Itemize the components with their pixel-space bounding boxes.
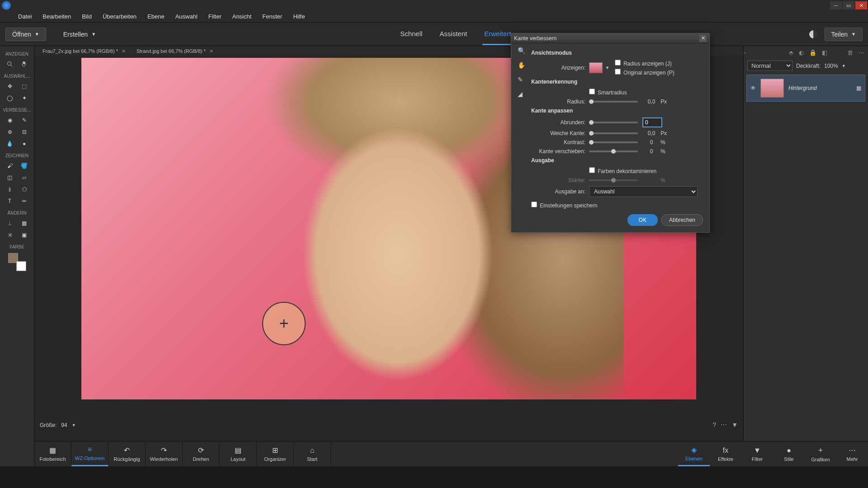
- close-tab-icon[interactable]: ✕: [209, 48, 213, 54]
- mode-guided[interactable]: Assistent: [438, 23, 469, 45]
- mode-quick[interactable]: Schnell: [398, 23, 424, 45]
- remember-checkbox[interactable]: Einstellungen speichern: [531, 202, 597, 209]
- menu-bild[interactable]: Bild: [77, 11, 96, 22]
- zoom-tool-icon[interactable]: [6, 60, 14, 68]
- hand-tool-icon[interactable]: [20, 60, 28, 68]
- mask-icon[interactable]: ◐: [799, 49, 804, 56]
- chevron-down-icon[interactable]: ▼: [605, 66, 609, 70]
- refine-brush-icon[interactable]: ✎: [518, 76, 527, 83]
- layer-thumbnail[interactable]: [760, 79, 784, 98]
- close-window-button[interactable]: ✕: [855, 1, 867, 9]
- lock-icon[interactable]: 🔒: [809, 49, 816, 56]
- size-value[interactable]: 94: [61, 422, 67, 428]
- effects-tab-button[interactable]: fxEffekte: [710, 441, 741, 466]
- chevron-down-icon[interactable]: ▼: [72, 423, 76, 427]
- recompose-tool-icon[interactable]: ▦: [20, 219, 28, 227]
- radius-slider[interactable]: [589, 101, 638, 103]
- content-tool-icon[interactable]: ▣: [20, 231, 28, 239]
- menu-ansicht[interactable]: Ansicht: [228, 11, 256, 22]
- menu-ebene[interactable]: Ebene: [143, 11, 169, 22]
- erase-refine-icon[interactable]: ◢: [518, 90, 527, 98]
- document-tab[interactable]: Frau7_2x.jpg bei 66,7% (RGB/8) * ✕: [38, 47, 130, 56]
- brush-heal-icon[interactable]: ⊕: [6, 128, 14, 136]
- open-button[interactable]: Öffnen ▼: [5, 28, 46, 41]
- mode-expert[interactable]: Erweitert: [482, 23, 513, 45]
- layer-row[interactable]: 👁 Hintergrund ▦: [746, 75, 865, 102]
- layer-link-icon[interactable]: ▦: [856, 85, 861, 91]
- blur-tool-icon[interactable]: 💧: [6, 140, 14, 148]
- help-icon[interactable]: ?: [712, 421, 716, 428]
- create-button[interactable]: Erstellen ▼: [57, 28, 102, 41]
- smooth-slider[interactable]: [589, 122, 638, 123]
- shift-slider[interactable]: [589, 150, 638, 152]
- undo-button[interactable]: ↶Rückgängig: [108, 441, 146, 466]
- layers-tab-button[interactable]: ◈Ebenen: [678, 441, 710, 466]
- chevron-down-icon[interactable]: ▼: [842, 64, 846, 68]
- theme-toggle-icon[interactable]: [809, 30, 817, 38]
- maximize-button[interactable]: ▭: [843, 1, 854, 9]
- more-tab-button[interactable]: ⋯Mehr: [836, 441, 868, 466]
- home-button[interactable]: ⌂Start: [294, 441, 331, 466]
- cancel-button[interactable]: Abbrechen: [661, 214, 703, 226]
- menu-ueberarbeiten[interactable]: Überarbeiten: [98, 11, 141, 22]
- gradient-tool-icon[interactable]: ◫: [6, 174, 14, 182]
- hand-tool-icon[interactable]: ✋: [518, 61, 527, 69]
- show-original-checkbox[interactable]: Original anzeigen (P): [615, 69, 675, 76]
- eraser-tool-icon[interactable]: ▱: [20, 174, 28, 182]
- blend-mode-select[interactable]: Normal: [747, 61, 793, 71]
- minimize-button[interactable]: ─: [830, 1, 842, 9]
- photo-bin-button[interactable]: ▦Fotobereich: [34, 441, 71, 466]
- crop-tool-icon[interactable]: ⟂: [6, 219, 14, 227]
- close-dialog-icon[interactable]: ✕: [699, 35, 707, 42]
- output-select[interactable]: Auswahl: [589, 186, 698, 197]
- menu-fenster[interactable]: Fenster: [258, 11, 287, 22]
- shape-tool-icon[interactable]: ⬠: [20, 185, 28, 193]
- adjust-icon[interactable]: ◧: [822, 49, 827, 56]
- document-tab[interactable]: Strand.jpg bei 66,7% (RGB/8) * ✕: [132, 47, 218, 56]
- show-radius-checkbox[interactable]: Radius anzeigen (J): [615, 60, 675, 67]
- fx-icon[interactable]: ⬘: [789, 49, 793, 56]
- trash-icon[interactable]: 🗑: [847, 49, 853, 56]
- brush-tool-icon[interactable]: 🖌: [6, 162, 14, 170]
- close-tab-icon[interactable]: ✕: [122, 48, 126, 54]
- wand-tool-icon[interactable]: ✦: [20, 94, 28, 102]
- color-swatches[interactable]: [8, 253, 26, 271]
- dialog-titlebar[interactable]: Kante verbessern ✕: [511, 33, 709, 43]
- organizer-button[interactable]: ⊞Organizer: [257, 441, 294, 466]
- tool-options-button[interactable]: ≡WZ-Optionen: [71, 441, 108, 466]
- menu-datei[interactable]: Datei: [14, 11, 36, 22]
- text-tool-icon[interactable]: T: [6, 197, 14, 205]
- smart-radius-checkbox[interactable]: Smartradius: [589, 89, 627, 96]
- layer-name[interactable]: Hintergrund: [788, 85, 852, 91]
- share-button[interactable]: Teilen ▼: [825, 28, 863, 41]
- ok-button[interactable]: OK: [627, 214, 658, 226]
- menu-auswahl[interactable]: Auswahl: [171, 11, 202, 22]
- straighten-tool-icon[interactable]: ⤭: [6, 231, 14, 239]
- menu-filter[interactable]: Filter: [204, 11, 226, 22]
- view-preview-thumb[interactable]: [589, 62, 603, 73]
- clone-tool-icon[interactable]: ⊟: [20, 128, 28, 136]
- decontaminate-checkbox[interactable]: Farben dekontaminieren: [589, 167, 656, 174]
- filters-tab-button[interactable]: ▼Filter: [741, 441, 773, 466]
- bucket-tool-icon[interactable]: 🪣: [20, 162, 28, 170]
- layout-button[interactable]: ▤Layout: [220, 441, 257, 466]
- menu-icon[interactable]: ⋯: [859, 49, 864, 56]
- graphics-tab-button[interactable]: ＋Grafiken: [805, 441, 836, 466]
- menu-bearbeiten[interactable]: Bearbeiten: [38, 11, 75, 22]
- styles-tab-button[interactable]: ●Stile: [773, 441, 805, 466]
- redo-button[interactable]: ↷Wiederholen: [146, 441, 183, 466]
- background-color[interactable]: [16, 261, 26, 271]
- smooth-input[interactable]: [642, 117, 662, 127]
- eyedrop-tool-icon[interactable]: ⫿: [6, 185, 14, 193]
- more-icon[interactable]: ⋯: [721, 421, 727, 428]
- sponge-tool-icon[interactable]: ●: [20, 140, 28, 148]
- contrast-slider[interactable]: [589, 141, 638, 143]
- feather-slider[interactable]: [589, 132, 638, 134]
- menu-hilfe[interactable]: Hilfe: [288, 11, 309, 22]
- redeye-tool-icon[interactable]: ◉: [6, 116, 14, 124]
- lasso-tool-icon[interactable]: ◯: [6, 94, 14, 102]
- zoom-tool-icon[interactable]: 🔍: [518, 47, 527, 54]
- opacity-value[interactable]: 100%: [824, 63, 838, 69]
- collapse-icon[interactable]: ▼: [731, 421, 738, 428]
- visibility-icon[interactable]: 👁: [750, 85, 756, 91]
